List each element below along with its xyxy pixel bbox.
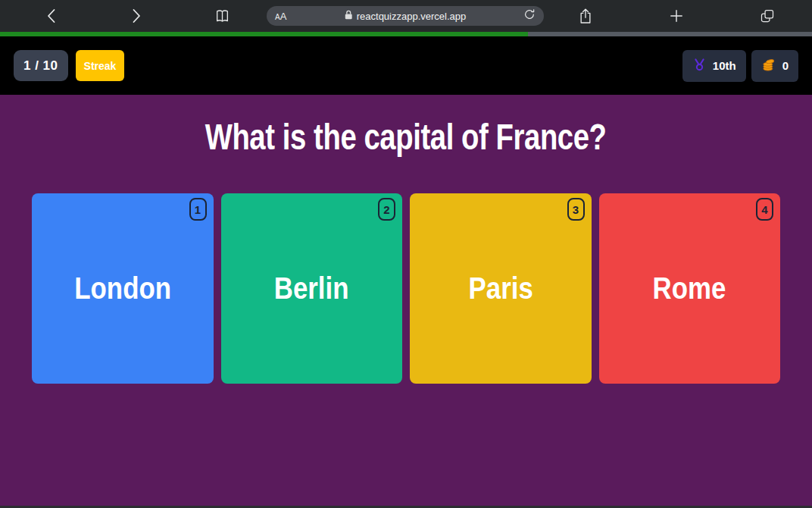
new-tab-button[interactable] [664,0,689,32]
plus-icon [670,9,683,23]
quiz-main: What is the capital of France? 1 London … [0,95,812,506]
answer-label: Rome [653,271,726,306]
answer-number-badge: 3 [567,198,585,221]
timer-fill [0,32,528,36]
tabs-icon [760,8,775,24]
answer-label: London [74,271,171,306]
timer-bar [0,32,812,36]
answer-number-badge: 2 [378,198,395,221]
address-text: reactquizzapp.vercel.app [345,10,467,22]
answer-card[interactable]: 4 Rome [599,193,781,384]
answer-label: Paris [468,271,532,306]
streak-badge: Streak [76,50,125,81]
reload-icon [523,8,536,24]
coins-badge: 0 [751,50,798,82]
url-bar[interactable]: AA reactquizzapp.vercel.app [267,6,544,26]
rank-label: 10th [713,59,736,72]
chevron-left-icon [46,8,56,24]
question-title: What is the capital of France? [0,95,812,158]
browser-toolbar: AA reactquizzapp.vercel.app [0,0,812,32]
forward-button[interactable] [123,0,149,32]
question-counter-badge: 1 / 10 [14,50,68,81]
lock-icon [345,10,353,22]
share-icon [579,8,592,24]
medal-icon [692,58,707,74]
chevron-right-icon [132,8,142,24]
reload-button[interactable] [523,8,536,24]
share-button[interactable] [573,0,598,32]
tabs-button[interactable] [754,0,780,32]
answer-card[interactable]: 1 London [32,193,214,384]
answer-card[interactable]: 3 Paris [410,193,592,384]
back-button[interactable] [38,0,64,32]
book-icon [214,8,230,24]
quiz-header: 1 / 10 Streak 10th 0 [0,36,812,95]
answers-grid: 1 London 2 Berlin 3 Paris 4 Rome [0,193,812,384]
text-size-button[interactable]: AA [275,11,286,22]
answer-number-badge: 1 [189,198,207,221]
answer-number-badge: 4 [756,198,773,221]
coins-icon [761,58,776,74]
coins-count: 0 [782,59,789,72]
bookmarks-button[interactable] [209,0,235,32]
answer-label: Berlin [274,271,349,306]
answer-card[interactable]: 2 Berlin [221,193,403,384]
rank-badge: 10th [682,50,746,82]
url-domain: reactquizzapp.vercel.app [357,11,467,22]
